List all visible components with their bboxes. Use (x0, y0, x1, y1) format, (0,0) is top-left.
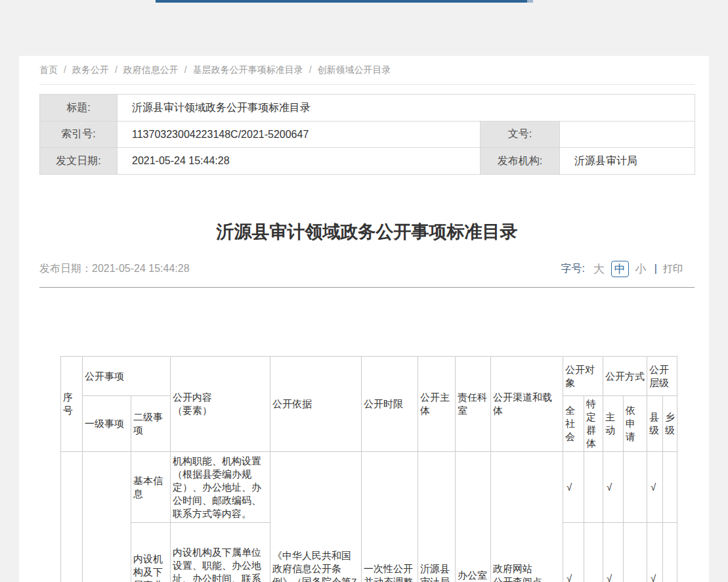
cell-channel-carrier: 政府网站 公开查阅点 (491, 452, 563, 582)
title-divider (39, 287, 695, 288)
print-button[interactable]: 打印 (663, 263, 683, 275)
meta-index-label: 索引号: (40, 122, 118, 148)
font-size-large-button[interactable]: 大 (593, 261, 605, 277)
breadcrumb-separator: / (64, 64, 66, 75)
header-level1-item: 一级事项 (83, 396, 131, 452)
header-disclosure-method: 公开方式 (603, 357, 647, 396)
font-size-medium-button[interactable]: 中 (611, 261, 629, 277)
cell-disclosure-deadline: 一次性公开并动态调整 (362, 452, 418, 582)
font-size-controls: 字号: 大 中 小 | 打印 (561, 261, 683, 277)
breadcrumb-current[interactable]: 创新领域公开目录 (318, 64, 391, 75)
header-township-level: 乡级 (663, 396, 677, 452)
breadcrumb: 首页/政务公开/政府信息公开/基层政务公开事项标准目录/创新领域公开目录 (39, 64, 695, 76)
document-meta-table: 标题: 沂源县审计领域政务公开事项标准目录 索引号: 1137032300422… (39, 94, 695, 175)
breadcrumb-separator: / (115, 64, 118, 75)
breadcrumb-separator: / (184, 64, 187, 75)
header-disclosure-content: 公开内容 （要素） (171, 357, 270, 452)
cell-disclosure-subject: 沂源县审计局 (418, 452, 456, 582)
check-whole-society: √ (563, 523, 584, 582)
cell-serial-number (61, 452, 83, 582)
header-disclosure-subject: 公开主体 (418, 357, 456, 452)
breadcrumb-separator: / (309, 64, 312, 75)
check-specific-group (584, 523, 603, 582)
page: 首页/政务公开/政府信息公开/基层政务公开事项标准目录/创新领域公开目录 标题:… (0, 0, 728, 582)
breadcrumb-divider (39, 84, 695, 85)
check-township-level (663, 452, 677, 523)
font-size-small-button[interactable]: 小 (635, 261, 647, 277)
header-disclosure-level: 公开层级 (647, 357, 677, 396)
publish-date-label: 发布日期： (39, 263, 92, 274)
cell-level1-item (83, 452, 131, 582)
header-serial-number: 序号 (61, 357, 83, 452)
breadcrumb-home[interactable]: 首页 (39, 64, 58, 75)
check-specific-group (584, 452, 603, 523)
meta-agency-value: 沂源县审计局 (560, 148, 695, 175)
header-level2-item: 二级事项 (131, 396, 171, 452)
publish-date-value: 2021-05-24 15:44:28 (92, 263, 190, 274)
cell-level2-item: 内设机构及下属事业单位 (131, 523, 171, 582)
check-county-level: √ (647, 523, 663, 582)
check-township-level (663, 523, 677, 582)
breadcrumb-xinxi[interactable]: 政府信息公开 (123, 64, 179, 75)
meta-docnum-label: 文号: (481, 122, 560, 148)
print-separator: | (654, 263, 657, 275)
publish-date: 发布日期：2021-05-24 15:44:28 (39, 262, 190, 276)
cell-responsible-office: 办公室 (456, 452, 491, 582)
header-disclosure-target: 公开对象 (563, 357, 603, 396)
disclosure-catalog-table: 序号 公开事项 公开内容 （要素） 公开依据 公开时限 公开主体 责任科室 公开… (60, 356, 677, 582)
check-upon-request (624, 523, 647, 582)
top-nav-bottom-bar-tail (527, 0, 533, 3)
header-upon-request: 依申请 (624, 396, 647, 452)
check-county-level: √ (647, 452, 663, 523)
check-whole-society: √ (563, 452, 584, 523)
header-specific-group: 特定群体 (584, 396, 603, 452)
font-size-label: 字号: (561, 262, 584, 276)
header-disclosure-item: 公开事项 (83, 357, 171, 396)
header-responsible-office: 责任科室 (456, 357, 491, 452)
meta-index-value: 11370323004223148C/2021-5200647 (118, 122, 481, 148)
top-nav-bottom-bar (156, 0, 527, 3)
header-channel-carrier: 公开渠道和载体 (491, 357, 563, 452)
check-proactive: √ (603, 452, 624, 523)
page-title: 沂源县审计领域政务公开事项标准目录 (39, 220, 695, 244)
header-disclosure-deadline: 公开时限 (362, 357, 418, 452)
cell-disclosure-basis: 《中华人民共和国政府信息公开条例》（国务院令第711号） (270, 452, 362, 582)
meta-agency-label: 发布机构: (481, 148, 560, 175)
meta-title-label: 标题: (40, 95, 118, 122)
header-county-level: 县级 (647, 396, 663, 452)
header-disclosure-basis: 公开依据 (270, 357, 362, 452)
cell-disclosure-content: 机构职能、机构设置（根据县委编办规定）、办公地址、办公时间、邮政编码、联系方式等… (171, 452, 270, 523)
breadcrumb-biaozhun-mulu[interactable]: 基层政务公开事项标准目录 (193, 64, 303, 75)
meta-title-value: 沂源县审计领域政务公开事项标准目录 (118, 95, 695, 122)
header-proactive: 主动 (603, 396, 624, 452)
cell-level2-item: 基本信息 (131, 452, 171, 523)
meta-date-value: 2021-05-24 15:44:28 (118, 148, 481, 175)
breadcrumb-zhengwu[interactable]: 政务公开 (72, 64, 109, 75)
check-upon-request (624, 452, 647, 523)
check-proactive: √ (603, 523, 624, 582)
header-whole-society: 全社会 (563, 396, 584, 452)
cell-disclosure-content: 内设机构及下属单位设置、职能、办公地址、办公时间、联系方式、负责人姓名等内容。 (171, 523, 270, 582)
publish-row: 发布日期：2021-05-24 15:44:28 字号: 大 中 小 | 打印 (39, 259, 683, 279)
meta-docnum-value (560, 122, 695, 148)
meta-date-label: 发文日期: (40, 148, 118, 175)
